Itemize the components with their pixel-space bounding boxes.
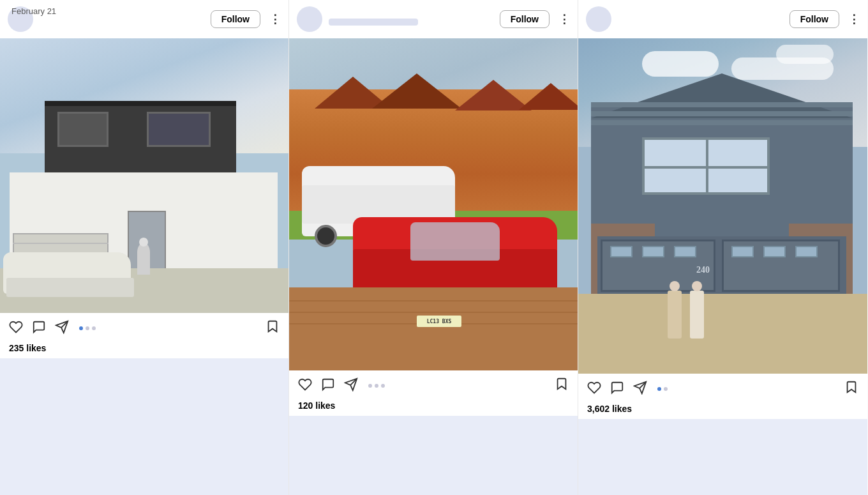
share-svg-1 [55,320,69,334]
heart-svg-1 [9,320,23,334]
post-image-3: 240 [578,38,867,374]
garage-line-1 [13,243,108,244]
share-svg-2 [344,377,358,392]
caption-area-2 [289,416,578,495]
post-image-1 [0,38,288,313]
dots-indicator-3 [657,387,668,391]
bookmark-icon-3[interactable] [844,380,858,397]
post-image-2: LC13 BXS [289,38,578,370]
house-band-1 [45,101,236,106]
windshield-2 [410,222,500,261]
dot-1-1 [79,326,83,330]
window-u2 [147,112,211,147]
user-info-2 [329,13,493,26]
roof-2d [519,83,578,110]
post-card-1: Follow ⋮ [0,0,289,495]
follow-button-2[interactable]: Follow [500,10,550,28]
roof-2b [372,73,461,109]
comment-svg-1 [32,320,46,334]
dot-3-2 [664,387,668,391]
share-icon-3[interactable] [633,381,647,397]
bookmark-svg-2 [555,377,569,391]
garage-win-r2 [763,246,786,257]
siding-2 [591,111,853,116]
cloud-1 [642,51,719,77]
person-r-head-3 [692,281,702,291]
likes-count-1: 235 likes [0,343,288,356]
window-u1 [57,112,108,147]
dot-3-1 [657,387,661,391]
person-l-body-3 [668,291,682,339]
person-head-1 [139,238,148,247]
post-actions-1 [0,313,288,343]
heart-icon-2[interactable] [298,377,312,394]
caption-area-3 [578,419,867,495]
post-header-2: Follow ⋮ [289,0,578,38]
share-icon-2[interactable] [344,377,358,394]
caption-area-1 [0,358,288,495]
bookmark-svg-1 [266,319,280,333]
garage-win-l1 [610,246,632,257]
dot-2-2 [375,384,378,388]
post-card-2: Follow ⋮ [289,0,578,495]
garage-win-l2 [642,246,664,257]
share-icon-1[interactable] [55,320,69,337]
person-r-body-3 [690,291,704,339]
comment-svg-2 [321,377,335,392]
avatar-2 [297,6,322,32]
license-plate-2: LC13 BXS [417,316,461,327]
bookmark-svg-3 [844,380,858,394]
driveway-3 [578,294,867,374]
bookmark-icon-1[interactable] [266,319,280,337]
cloud-3 [776,45,834,64]
brick-h1 [289,300,578,301]
dots-indicator-1 [79,326,96,330]
comment-icon-2[interactable] [321,377,335,394]
dot-1-3 [92,326,96,330]
follow-button-1[interactable]: Follow [211,10,260,28]
comment-svg-3 [610,381,624,395]
follow-button-3[interactable]: Follow [789,10,839,28]
dot-2-3 [381,384,385,388]
post-actions-2 [289,370,578,400]
likes-count-2: 120 likes [289,400,578,413]
heart-svg-2 [298,377,312,392]
comment-icon-1[interactable] [32,320,46,337]
garage-win-r3 [795,246,818,257]
avatar-3 [586,6,611,32]
person-1 [137,243,150,275]
post-header-3: Follow ⋮ [578,0,867,38]
likes-count-3: 3,602 likes [578,404,867,416]
dots-indicator-2 [368,384,385,388]
person-l-head-3 [670,281,680,291]
dot-2-1 [368,384,372,388]
heart-svg-3 [587,381,601,395]
brick-h2 [289,312,578,313]
date-label: February 21 [11,6,56,16]
garage-win-l3 [674,246,696,257]
post-header-1: Follow ⋮ [0,0,288,38]
more-menu-icon-1[interactable]: ⋮ [269,12,281,26]
garage-win-r1 [731,246,754,257]
siding-1 [591,102,853,107]
win-div-h [642,166,770,169]
bookmark-icon-2[interactable] [555,377,569,394]
post-card-3: Follow ⋮ [578,0,867,495]
page-container: February 21 Follow ⋮ [0,0,868,495]
heart-icon-3[interactable] [587,381,601,397]
post-actions-3 [578,374,867,404]
posts-row: Follow ⋮ [0,0,868,495]
siding-3 [591,120,853,125]
house-number-3: 240 [696,265,710,275]
subtitle-2 [329,19,418,26]
wheel-w1 [315,225,337,247]
heart-icon-1[interactable] [9,320,23,337]
more-menu-icon-3[interactable]: ⋮ [848,12,860,26]
car-body-1 [6,278,134,297]
dot-1-2 [86,326,89,330]
more-menu-icon-2[interactable]: ⋮ [558,12,570,26]
share-svg-3 [633,381,647,395]
plate-text-2: LC13 BXS [427,319,452,324]
comment-icon-3[interactable] [610,381,624,397]
